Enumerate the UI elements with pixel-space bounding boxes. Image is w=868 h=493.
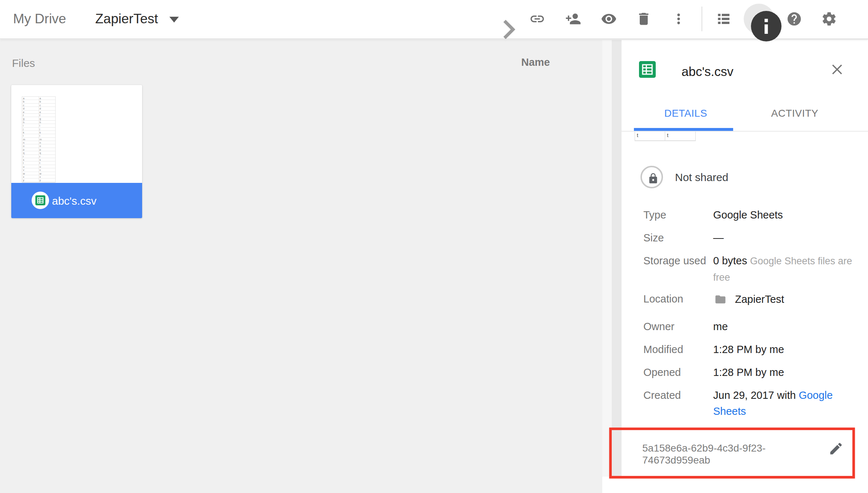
thumbnail-row: pp [22, 148, 55, 151]
thumbnail-cell: c [39, 104, 56, 107]
detail-row-created: CreatedJun 29, 2017 with Google Sheets [643, 390, 861, 419]
thumbnail-cell: o [22, 144, 39, 147]
file-card-abcs-csv[interactable]: aabbccddeeffgghhiijjkkllmmnnooppqqrrsstt… [11, 85, 142, 218]
details-list: TypeGoogle SheetsSize—Storage used0 byte… [643, 209, 861, 431]
thumbnail-cell: f [22, 114, 39, 117]
thumbnail-cell: k [22, 131, 39, 134]
thumbnail-row: uu [22, 165, 55, 168]
lock-icon [647, 172, 659, 185]
thumbnail-cell: a [22, 97, 39, 100]
thumbnail-cell: f [39, 114, 56, 117]
detail-row-location: LocationZapierTest [643, 293, 861, 305]
pencil-icon [828, 441, 844, 456]
thumbnail-cell: c [22, 104, 39, 107]
breadcrumb-current-folder[interactable]: ZapierTest [95, 11, 158, 27]
detail-value: 1:28 PM by me [713, 367, 784, 378]
detail-label: Modified [643, 344, 713, 355]
thumbnail-row: gg [22, 117, 55, 120]
thumbnail-row: yy [22, 179, 55, 182]
detail-row-size: Size— [643, 232, 861, 244]
sharing-status-badge [640, 166, 663, 188]
thumbnail-row: aa [22, 97, 55, 100]
description-line: 74673d959eab [642, 454, 795, 466]
thumbnail-row: xx [22, 175, 55, 179]
breadcrumb-my-drive[interactable]: My Drive [13, 11, 66, 27]
settings-button[interactable] [821, 11, 837, 27]
thumbnail-row: mm [22, 138, 55, 141]
details-toggle-button[interactable] [744, 4, 774, 34]
tab-details[interactable]: DETAILS [634, 105, 738, 122]
detail-row-owner: Ownerme [643, 321, 861, 332]
detail-row-modified: Modified1:28 PM by me [643, 344, 861, 355]
thumbnail-row: jj [22, 128, 55, 131]
eye-icon [601, 11, 617, 27]
thumbnail-cell: m [39, 138, 56, 141]
detail-value: me [713, 321, 728, 332]
thumbnail-cell: r [39, 155, 56, 158]
thumbnail-cell: b [22, 100, 39, 103]
thumbnail-cell: e [22, 111, 39, 113]
preview-button[interactable] [601, 11, 617, 27]
thumbnail-cell: n [39, 141, 56, 144]
thumbnail-cell: g [22, 117, 39, 120]
detail-label: Owner [643, 321, 713, 332]
sharing-status-text: Not shared [675, 171, 728, 184]
list-view-icon [716, 11, 731, 27]
thumbnail-cell: k [39, 131, 56, 134]
thumbnail-row: nn [22, 141, 55, 144]
thumbnail-cell: y [39, 179, 56, 181]
preview-cell: t [665, 132, 695, 141]
thumbnail-cell: t [39, 161, 56, 164]
get-link-button[interactable] [529, 11, 545, 27]
thumbnail-cell: m [22, 138, 39, 141]
detail-value-text: 0 bytes [713, 255, 747, 266]
help-button[interactable] [786, 11, 802, 27]
thumbnail-row: bb [22, 100, 55, 103]
detail-value: 1:28 PM by me [713, 344, 784, 355]
detail-value-text: 1:28 PM by me [713, 366, 784, 378]
thumbnail-row: ff [22, 114, 55, 117]
thumbnail-cell: r [22, 155, 39, 158]
detail-value-text: Google Sheets [713, 209, 783, 221]
location-folder-name[interactable]: ZapierTest [735, 294, 784, 305]
thumbnail-cell: o [39, 144, 56, 147]
close-panel-button[interactable] [829, 62, 845, 77]
detail-value-text: — [713, 232, 724, 244]
thumbnail-cell: x [22, 175, 39, 178]
folder-icon [713, 293, 728, 305]
share-button[interactable] [565, 11, 581, 27]
thumbnail-cell: u [22, 165, 39, 168]
more-actions-button[interactable] [671, 11, 687, 27]
detail-value-text: Jun 29, 2017 with [713, 389, 796, 401]
thumbnail-row: ee [22, 111, 55, 114]
sort-by-name-button[interactable]: Name [521, 56, 550, 68]
thumbnail-cell: j [22, 128, 39, 131]
info-icon [751, 11, 781, 41]
person-add-icon [565, 11, 581, 27]
edit-description-button[interactable] [828, 441, 844, 456]
detail-label: Location [643, 293, 713, 305]
thumbnail-cell: y [22, 179, 39, 181]
detail-label: Size [643, 232, 713, 244]
help-icon [786, 11, 802, 27]
caret-down-icon[interactable] [169, 17, 179, 23]
app-header: My Drive ZapierTest [0, 0, 868, 39]
description-line: 5a158e6a-62b9-4c3d-9f23- [642, 442, 795, 454]
thumbnail-cell: s [22, 158, 39, 161]
thumbnail-row: oo [22, 144, 55, 148]
close-icon [829, 62, 845, 77]
tab-activity[interactable]: ACTIVITY [743, 105, 847, 122]
thumbnail-cell: s [39, 158, 56, 161]
thumbnail-cell: h [39, 121, 56, 124]
remove-button[interactable] [636, 11, 652, 27]
thumbnail-cell: d [22, 107, 39, 110]
thumbnail-cell: q [39, 151, 56, 154]
thumbnail-cell: j [39, 128, 56, 131]
detail-label: Opened [643, 367, 713, 378]
thumbnail-row: qq [22, 151, 55, 155]
list-view-button[interactable] [716, 11, 731, 27]
description-value: 5a158e6a-62b9-4c3d-9f23- 74673d959eab [642, 442, 795, 466]
detail-row-type: TypeGoogle Sheets [643, 209, 861, 221]
thumbnail-cell: a [39, 97, 56, 100]
detail-value: Jun 29, 2017 with Google Sheets [713, 387, 855, 419]
